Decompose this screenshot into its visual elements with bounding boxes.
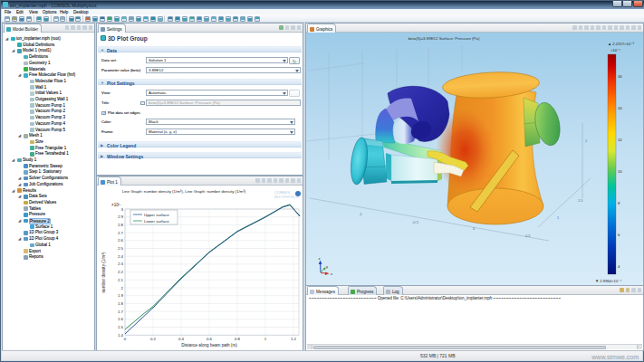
svg-text:number density (1/m³): number density (1/m³) bbox=[101, 252, 106, 292]
svg-text:z: z bbox=[319, 256, 321, 261]
svg-text:1.9: 1.9 bbox=[118, 293, 124, 298]
svg-text:1.6: 1.6 bbox=[118, 317, 124, 321]
svg-text:0.5: 0.5 bbox=[525, 233, 531, 238]
svg-text:0.2: 0.2 bbox=[150, 337, 157, 341]
svg-text:2.1: 2.1 bbox=[118, 278, 124, 282]
svg-text:1.5: 1.5 bbox=[118, 325, 124, 329]
svg-text:2.2: 2.2 bbox=[118, 270, 124, 274]
svg-text:0.6: 0.6 bbox=[207, 337, 213, 341]
svg-text:×10⁻⁴: ×10⁻⁴ bbox=[610, 48, 620, 52]
svg-text:▼ 2.9964×10⁻⁴: ▼ 2.9964×10⁻⁴ bbox=[595, 279, 621, 283]
svg-text:y: y bbox=[326, 264, 328, 269]
svg-text:2.3: 2.3 bbox=[118, 262, 124, 266]
svg-text:x: x bbox=[331, 272, 332, 276]
svg-text:2.6: 2.6 bbox=[118, 238, 124, 243]
svg-text:0.4: 0.4 bbox=[178, 337, 185, 341]
svg-text:16: 16 bbox=[618, 74, 622, 79]
svg-text:×10¹⁷: ×10¹⁷ bbox=[111, 203, 121, 207]
svg-text:-0.5: -0.5 bbox=[412, 220, 419, 224]
svg-text:Upper surface: Upper surface bbox=[144, 213, 169, 217]
svg-text:1.4: 1.4 bbox=[118, 333, 124, 338]
svg-text:14: 14 bbox=[618, 106, 622, 110]
svg-text:1.7: 1.7 bbox=[118, 310, 124, 314]
svg-text:2.4: 2.4 bbox=[118, 254, 124, 259]
svg-text:Line Graph: number density (1/: Line Graph: number density (1/m³), Line … bbox=[122, 189, 246, 194]
svg-text:beta(5)=3.89E12 Surface: Pre: beta(5)=3.89E12 Surface: Pressure (Pa) bbox=[409, 36, 480, 41]
svg-text:2.7: 2.7 bbox=[118, 231, 124, 235]
svg-text:1.5: 1.5 bbox=[578, 198, 583, 203]
svg-text:Distance along beam path (m): Distance along beam path (m) bbox=[181, 343, 237, 348]
svg-text:MULTIPHYSICS: MULTIPHYSICS bbox=[274, 195, 299, 199]
svg-text:0.8: 0.8 bbox=[235, 337, 241, 341]
svg-text:2.9: 2.9 bbox=[118, 214, 124, 219]
svg-text:Lower surface: Lower surface bbox=[144, 219, 169, 224]
svg-text:2.8: 2.8 bbox=[118, 223, 124, 227]
svg-text:1.2: 1.2 bbox=[291, 337, 297, 341]
svg-text:12: 12 bbox=[618, 138, 622, 142]
svg-text:▲ 2.2217×10⁻³: ▲ 2.2217×10⁻³ bbox=[608, 42, 634, 46]
svg-text:2.5: 2.5 bbox=[118, 246, 124, 251]
svg-text:1.8: 1.8 bbox=[118, 301, 124, 306]
svg-text:10: 10 bbox=[618, 169, 622, 174]
svg-text:COMSOL: COMSOL bbox=[274, 190, 292, 195]
